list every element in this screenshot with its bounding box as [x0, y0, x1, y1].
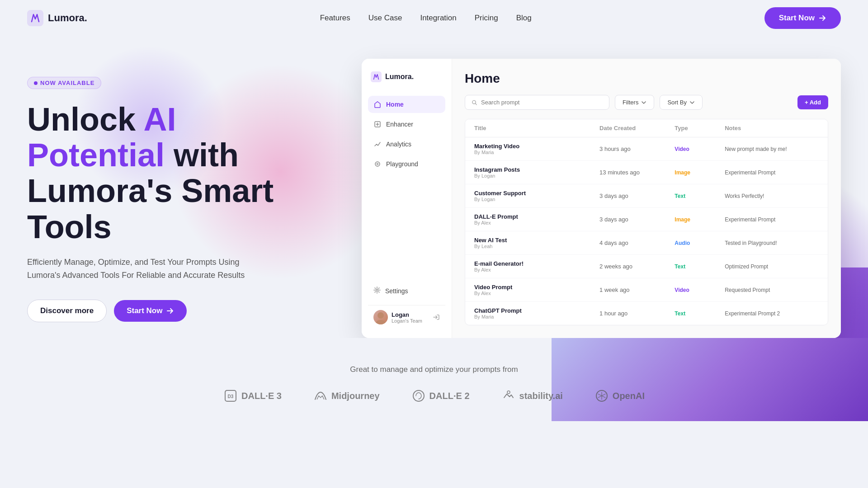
add-button[interactable]: + Add — [797, 95, 828, 109]
settings-icon — [373, 286, 381, 295]
row-title: Marketing Video — [474, 143, 599, 150]
row-title: ChatGPT Prompt — [474, 307, 599, 314]
row-date: 3 days ago — [599, 192, 675, 199]
analytics-icon — [373, 140, 382, 148]
nav-features[interactable]: Features — [320, 14, 350, 22]
playground-icon — [373, 160, 382, 168]
row-type: Image — [675, 169, 725, 177]
hero-mockup: Lumora. Home Enhancer — [362, 59, 841, 338]
table-body: Marketing Video By Maria 3 hours ago Vid… — [465, 137, 828, 325]
row-by: By Alex — [474, 220, 599, 225]
search-icon — [472, 99, 477, 106]
table-row[interactable]: Instagram Posts By Logan 13 minutes ago … — [465, 161, 828, 184]
nav-use-case[interactable]: Use Case — [368, 14, 402, 22]
mockup-logo: Lumora. — [368, 68, 445, 91]
svg-point-11 — [507, 391, 510, 394]
logout-icon[interactable] — [433, 314, 440, 321]
row-type: Text — [675, 263, 725, 271]
row-title: New AI Test — [474, 237, 599, 244]
row-date: 1 week ago — [599, 286, 675, 293]
openai-icon — [594, 389, 609, 403]
brands-row: D3 DALL·E 3 Midjourney DALL·E 2 — [27, 389, 841, 403]
brand-openai: OpenAI — [594, 389, 645, 403]
sort-button[interactable]: Sort By — [660, 95, 703, 110]
mockup-logo-icon — [371, 71, 382, 82]
search-input[interactable] — [481, 99, 603, 106]
row-notes: Optimized Prompt — [725, 263, 819, 270]
brand-midjourney: Midjourney — [313, 389, 380, 403]
brands-section: Great to manage and optimize your prompt… — [0, 338, 868, 421]
row-date: 1 hour ago — [599, 310, 675, 317]
sidebar-item-enhancer[interactable]: Enhancer — [368, 116, 445, 133]
row-type: Audio — [675, 239, 725, 247]
nav-links: Features Use Case Integration Pricing Bl… — [320, 14, 532, 23]
nav-pricing[interactable]: Pricing — [475, 14, 498, 22]
mockup-logo-text: Lumora. — [385, 73, 414, 81]
svg-point-10 — [413, 390, 424, 401]
user-avatar — [373, 310, 388, 324]
nav-integration[interactable]: Integration — [420, 14, 456, 22]
mockup-table: Title Date Created Type Notes Marketing … — [465, 119, 828, 325]
sidebar-item-playground[interactable]: Playground — [368, 155, 445, 173]
table-row[interactable]: Customer Support By Logan 3 days ago Tex… — [465, 184, 828, 208]
midjourney-icon — [313, 389, 328, 403]
row-by: By Leah — [474, 244, 599, 249]
chevron-down-sort-icon — [689, 100, 695, 105]
mockup-sidebar: Lumora. Home Enhancer — [362, 59, 452, 338]
table-row[interactable]: New AI Test By Leah 4 days ago Audio Tes… — [465, 231, 828, 255]
stabilityai-icon — [501, 389, 516, 403]
brand-stabilityai: stability.ai — [501, 389, 563, 403]
arrow-right-icon — [818, 14, 826, 22]
filters-button[interactable]: Filters — [615, 95, 654, 110]
row-notes: Experimental Prompt — [725, 216, 819, 223]
sidebar-item-analytics[interactable]: Analytics — [368, 136, 445, 153]
svg-point-4 — [376, 289, 378, 291]
table-row[interactable]: DALL-E Prompt By Alex 3 days ago Image E… — [465, 208, 828, 231]
sidebar-settings[interactable]: Settings — [368, 282, 445, 300]
row-date: 13 minutes ago — [599, 169, 675, 176]
enhancer-icon — [373, 120, 382, 128]
user-team: Logan's Team — [392, 318, 429, 324]
row-type: Text — [675, 310, 725, 318]
user-info: Logan Logan's Team — [392, 311, 429, 324]
nav-blog[interactable]: Blog — [516, 14, 532, 22]
svg-point-3 — [375, 162, 380, 166]
logo-text: Lumora. — [48, 12, 87, 24]
row-notes: Experimental Prompt — [725, 169, 819, 176]
svg-point-5 — [377, 312, 384, 319]
brand-dalle3: D3 DALL·E 3 — [223, 389, 282, 403]
row-date: 4 days ago — [599, 239, 675, 246]
navbar: Lumora. Features Use Case Integration Pr… — [0, 0, 868, 36]
row-title: DALL-E Prompt — [474, 213, 599, 220]
row-by: By Maria — [474, 150, 599, 155]
row-date: 3 hours ago — [599, 145, 675, 152]
mockup-page-title: Home — [465, 71, 828, 86]
row-notes: New prompt made by me! — [725, 146, 819, 152]
discover-more-button[interactable]: Discover more — [27, 300, 107, 322]
table-row[interactable]: Marketing Video By Maria 3 hours ago Vid… — [465, 137, 828, 161]
home-icon — [373, 100, 382, 108]
row-notes: Requested Prompt — [725, 287, 819, 293]
hero-title: Unlock AI Potential with Lumora's Smart … — [27, 102, 344, 245]
logo[interactable]: Lumora. — [27, 10, 87, 26]
row-title: Instagram Posts — [474, 166, 599, 173]
dalle3-icon: D3 — [223, 389, 238, 403]
hero-arrow-right-icon — [166, 307, 174, 315]
search-box[interactable] — [465, 95, 609, 110]
badge-dot — [34, 81, 38, 85]
row-notes: Experimental Prompt 2 — [725, 310, 819, 317]
hero-start-now-button[interactable]: Start Now — [114, 300, 187, 322]
now-available-badge: NOW AVAILABLE — [27, 77, 101, 89]
row-by: By Alex — [474, 291, 599, 296]
user-name: Logan — [392, 311, 429, 318]
sidebar-item-home[interactable]: Home — [368, 96, 445, 113]
table-row[interactable]: E-mail Generator! By Alex 2 weeks ago Te… — [465, 255, 828, 278]
row-title: Customer Support — [474, 190, 599, 197]
svg-point-6 — [376, 320, 386, 324]
table-row[interactable]: Video Prompt By Alex 1 week ago Video Re… — [465, 278, 828, 302]
row-notes: Tested in Playground! — [725, 240, 819, 246]
table-row[interactable]: ChatGPT Prompt By Maria 1 hour ago Text … — [465, 302, 828, 325]
row-type: Text — [675, 192, 725, 200]
nav-start-now-button[interactable]: Start Now — [764, 7, 841, 29]
row-by: By Logan — [474, 197, 599, 202]
